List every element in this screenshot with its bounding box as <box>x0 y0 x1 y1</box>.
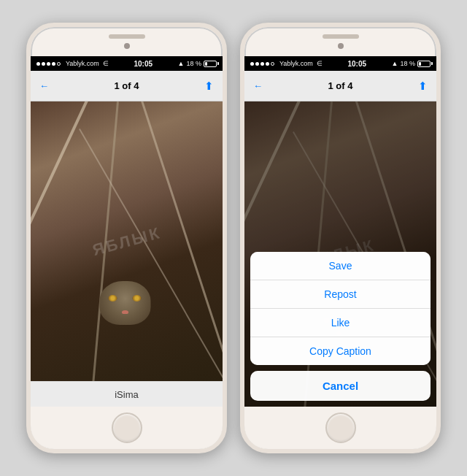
battery-fill-left <box>205 62 207 66</box>
iphone-bottom-left <box>31 407 223 449</box>
action-repost[interactable]: Repost <box>250 280 431 309</box>
iphone-bottom-right <box>244 407 436 449</box>
home-button-left[interactable] <box>112 412 142 443</box>
action-sheet-group: Save Repost Like Copy Caption <box>250 252 431 365</box>
status-bar-left: Yablyk.com ∈ 10:05 ▲ 18 % <box>31 56 223 71</box>
nav-bar-left: ← 1 of 4 ⬆ <box>31 71 223 101</box>
caption-bar-left: iSima <box>31 381 223 407</box>
cat-photo-left: ЯБЛЫК <box>31 101 223 381</box>
signal-icon-right: ▲ <box>392 60 398 67</box>
iphone-top-right <box>244 27 436 56</box>
speaker-right <box>323 34 359 39</box>
home-button-right[interactable] <box>325 412 356 443</box>
back-button-right[interactable]: ← <box>253 80 263 91</box>
camera-right <box>338 43 344 49</box>
battery-icon-right <box>417 61 431 67</box>
share-button-right[interactable]: ⬆ <box>418 80 428 93</box>
screen-right: Yablyk.com ∈ 10:05 ▲ 18 % ← 1 of 4 ⬆ <box>244 56 436 407</box>
signal-dots-right <box>250 62 274 66</box>
photo-left: ЯБЛЫК <box>31 101 223 381</box>
status-right-left: ▲ 18 % <box>178 60 217 67</box>
action-save[interactable]: Save <box>250 252 431 280</box>
screen-left: Yablyk.com ∈ 10:05 ▲ 18 % ← 1 of 4 ⬆ <box>31 56 223 407</box>
carrier-right: Yablyk.com <box>279 60 313 67</box>
battery-icon-left <box>204 61 217 67</box>
share-button-left[interactable]: ⬆ <box>204 80 214 93</box>
cat-eye-left-l <box>109 295 117 302</box>
camera-left <box>124 43 130 49</box>
cat-photo-inner-left: ЯБЛЫК <box>31 101 223 381</box>
cat-eye-left-r <box>132 295 141 302</box>
caption-text-left: iSima <box>115 389 139 400</box>
photo-right: ЯБЛЫК Save Repost Like Copy Caption Canc… <box>244 101 436 407</box>
nav-title-right: 1 of 4 <box>328 80 353 91</box>
time-left: 10:05 <box>134 60 153 68</box>
battery-percent-right: 18 % <box>400 60 415 67</box>
signal-dots-left <box>36 62 61 66</box>
status-right-right: ▲ 18 % <box>392 60 431 67</box>
iphone-top-left <box>31 27 223 56</box>
status-bar-right: Yablyk.com ∈ 10:05 ▲ 18 % <box>244 56 436 71</box>
time-right: 10:05 <box>347 60 366 68</box>
iphone-right: Yablyk.com ∈ 10:05 ▲ 18 % ← 1 of 4 ⬆ <box>240 23 441 453</box>
wifi-icon-right: ∈ <box>317 60 323 67</box>
iphone-left: Yablyk.com ∈ 10:05 ▲ 18 % ← 1 of 4 ⬆ <box>26 23 227 453</box>
carrier-left: Yablyk.com <box>66 60 99 67</box>
speaker-left <box>109 34 145 39</box>
battery-fill-right <box>419 62 421 66</box>
nav-title-left: 1 of 4 <box>115 80 139 91</box>
battery-percent-left: 18 % <box>186 60 201 67</box>
action-copy-caption[interactable]: Copy Caption <box>250 337 431 365</box>
action-cancel[interactable]: Cancel <box>250 371 431 401</box>
signal-icon-left: ▲ <box>178 60 185 67</box>
cat-face-left <box>99 281 154 339</box>
back-button-left[interactable]: ← <box>39 80 49 91</box>
action-sheet: Save Repost Like Copy Caption Cancel <box>244 252 436 407</box>
action-like[interactable]: Like <box>250 309 431 337</box>
wifi-icon-left: ∈ <box>103 60 109 67</box>
cat-head-left <box>99 281 150 325</box>
nav-bar-right: ← 1 of 4 ⬆ <box>244 71 436 101</box>
cat-nose-left <box>122 310 128 314</box>
